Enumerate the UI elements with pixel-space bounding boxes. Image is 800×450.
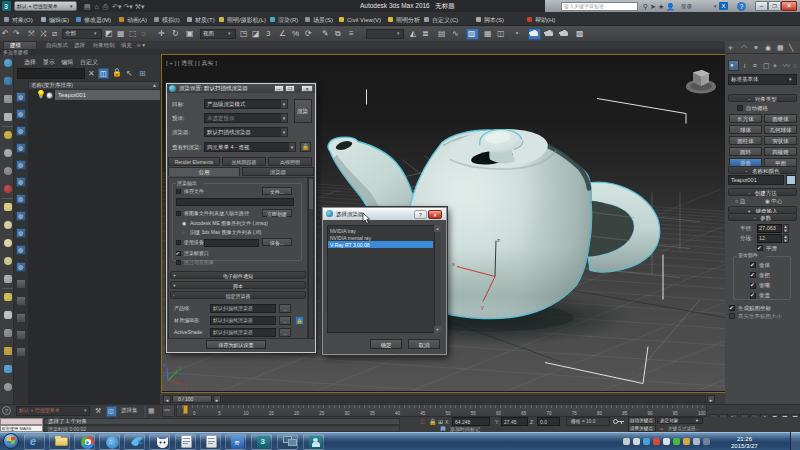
svg-text:y: y [481, 304, 484, 310]
svg-text:x: x [452, 261, 455, 267]
svg-text:z: z [497, 237, 500, 243]
